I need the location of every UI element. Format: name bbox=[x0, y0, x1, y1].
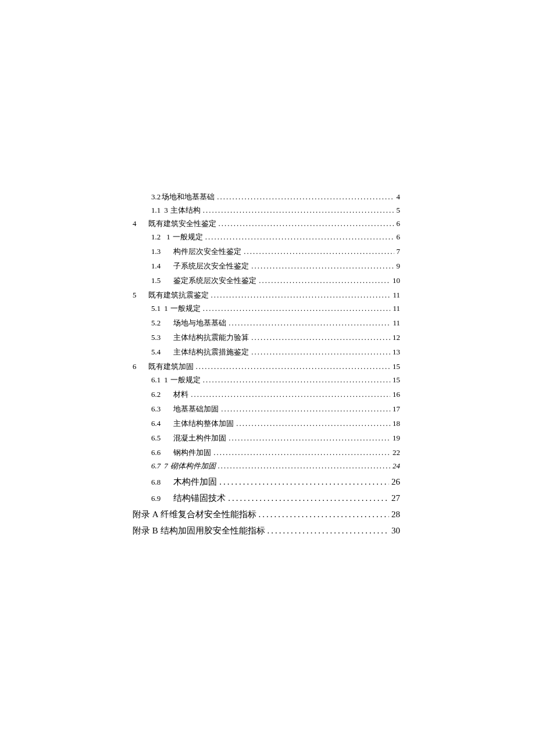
toc-title: 砌体构件加固 bbox=[170, 462, 216, 470]
toc-num: 3.2 bbox=[151, 193, 160, 200]
toc-num: 6.6 bbox=[151, 449, 160, 456]
toc-leader bbox=[251, 334, 390, 341]
toc-page: 27 bbox=[391, 493, 400, 503]
toc-row: 5.3 主体结构抗震能力验算 12 bbox=[151, 334, 400, 341]
toc-title: 一般规定 bbox=[170, 376, 201, 384]
toc-num: 5.4 bbox=[151, 348, 160, 356]
toc-title: 附录 A 纤维复合材安全性能指标 bbox=[133, 509, 256, 519]
toc-leader bbox=[217, 193, 394, 200]
toc-leader bbox=[228, 493, 389, 503]
toc-row: 6.9 结构锚固技术 27 bbox=[151, 493, 400, 503]
toc-leader bbox=[236, 420, 390, 427]
toc-block: 3.2 场地和地基基础 4 1.1 3 主体结构 5 4 既有建筑安全性鉴定 6… bbox=[133, 193, 400, 540]
toc-subnum: 7 bbox=[164, 462, 168, 470]
toc-num: 5.1 bbox=[151, 304, 160, 312]
toc-num: 5.2 bbox=[151, 319, 160, 327]
toc-title: 主体结构抗震能力验算 bbox=[173, 334, 249, 341]
toc-leader bbox=[211, 291, 391, 299]
toc-row: 1.2 1 一般规定 6 bbox=[151, 233, 400, 241]
toc-row: 6.2 材料 16 bbox=[151, 390, 400, 398]
toc-subnum: 3 bbox=[164, 206, 168, 214]
toc-num: 6.7 bbox=[151, 462, 160, 470]
toc-title: 钢构件加固 bbox=[173, 449, 211, 456]
toc-page: 12 bbox=[393, 334, 400, 341]
toc-row: 5.1 1 一般规定 11 bbox=[151, 304, 400, 312]
toc-title: 附录 B 结构加固用胶安全性能指标 bbox=[133, 525, 265, 536]
toc-leader bbox=[203, 304, 391, 312]
toc-leader bbox=[268, 525, 389, 536]
toc-row: 1.5 鉴定系统层次安全性鉴定 10 bbox=[151, 277, 400, 284]
toc-num: 1.5 bbox=[151, 277, 160, 284]
toc-num: 4 bbox=[133, 220, 137, 227]
toc-page: 6 bbox=[397, 233, 401, 241]
toc-title: 木构件加固 bbox=[173, 476, 217, 487]
toc-row: 6.3 地基基础加固 17 bbox=[151, 405, 400, 413]
toc-row: 6.1 1 一般规定 15 bbox=[151, 376, 400, 384]
toc-title: 场地与地基基础 bbox=[173, 319, 226, 327]
toc-leader bbox=[229, 434, 390, 442]
toc-num: 1.3 bbox=[151, 248, 160, 255]
toc-num: 6.4 bbox=[151, 420, 160, 427]
toc-num: 1.4 bbox=[151, 262, 160, 270]
toc-num: 6.5 bbox=[151, 434, 160, 442]
toc-page: 5 bbox=[397, 206, 401, 214]
toc-num: 6.1 bbox=[151, 376, 160, 384]
toc-row: 6.5 混凝土构件加固 19 bbox=[151, 434, 400, 442]
toc-title: 鉴定系统层次安全性鉴定 bbox=[173, 277, 256, 284]
toc-row: 3.2 场地和地基基础 4 bbox=[151, 193, 400, 200]
toc-title: 既有建筑安全性鉴定 bbox=[148, 220, 216, 227]
toc-page: 30 bbox=[391, 525, 400, 536]
toc-title: 场地和地基基础 bbox=[162, 193, 215, 200]
toc-leader bbox=[221, 405, 390, 413]
toc-leader bbox=[229, 319, 390, 327]
toc-row: 1.3 构件层次安全性鉴定 7 bbox=[151, 248, 400, 255]
toc-title: 既有建筑加固 bbox=[148, 363, 194, 370]
toc-page: 26 bbox=[391, 476, 400, 487]
toc-num: 1.2 bbox=[151, 233, 160, 241]
toc-title: 主体结构整体加固 bbox=[173, 420, 234, 427]
toc-row: 6.7 7 砌体构件加固 24 bbox=[151, 462, 400, 470]
toc-title: 子系统层次安全性鉴定 bbox=[173, 262, 249, 270]
toc-title: 一般规定 bbox=[173, 233, 203, 241]
toc-leader bbox=[203, 206, 394, 214]
toc-leader bbox=[218, 462, 390, 470]
toc-page: 16 bbox=[393, 390, 400, 398]
toc-subnum: 1 bbox=[164, 376, 168, 384]
toc-num: 5 bbox=[133, 291, 137, 299]
toc-page: 11 bbox=[393, 319, 400, 327]
toc-num: 6.9 bbox=[151, 495, 160, 502]
toc-page: 4 bbox=[397, 193, 401, 200]
toc-num: 1.1 bbox=[151, 206, 160, 214]
toc-page: 22 bbox=[393, 449, 400, 456]
toc-leader bbox=[251, 348, 390, 356]
toc-leader bbox=[244, 248, 394, 255]
toc-num: 6.3 bbox=[151, 405, 160, 413]
toc-num: 6 bbox=[133, 363, 137, 370]
toc-leader bbox=[259, 277, 390, 284]
toc-row: 6 既有建筑加固 15 bbox=[133, 363, 400, 370]
toc-leader bbox=[203, 376, 390, 384]
toc-title: 混凝土构件加固 bbox=[173, 434, 226, 442]
toc-title: 一般规定 bbox=[170, 304, 201, 312]
toc-leader bbox=[213, 449, 390, 456]
toc-page: 28 bbox=[391, 509, 400, 519]
toc-page: 11 bbox=[393, 304, 400, 312]
toc-title: 结构锚固技术 bbox=[173, 493, 226, 503]
toc-title: 主体结构抗震措施鉴定 bbox=[173, 348, 249, 356]
toc-subnum: 1 bbox=[166, 233, 170, 241]
toc-row: 1.1 3 主体结构 5 bbox=[151, 206, 400, 214]
toc-page: 9 bbox=[397, 262, 401, 270]
toc-page: 15 bbox=[393, 363, 400, 370]
toc-row: 6.4 主体结构整体加固 18 bbox=[151, 420, 400, 427]
toc-row: 6.6 钢构件加固 22 bbox=[151, 449, 400, 456]
toc-row: 6.8 木构件加固 26 bbox=[151, 476, 400, 487]
toc-num: 6.2 bbox=[151, 390, 160, 398]
toc-leader bbox=[219, 476, 389, 487]
toc-num: 6.8 bbox=[151, 478, 160, 486]
toc-leader bbox=[205, 233, 394, 241]
toc-page: 18 bbox=[393, 420, 400, 427]
toc-page: 7 bbox=[397, 248, 401, 255]
toc-page: 19 bbox=[393, 434, 400, 442]
toc-row: 5.4 主体结构抗震措施鉴定 13 bbox=[151, 348, 400, 356]
toc-row: 附录 B 结构加固用胶安全性能指标 30 bbox=[133, 525, 400, 536]
